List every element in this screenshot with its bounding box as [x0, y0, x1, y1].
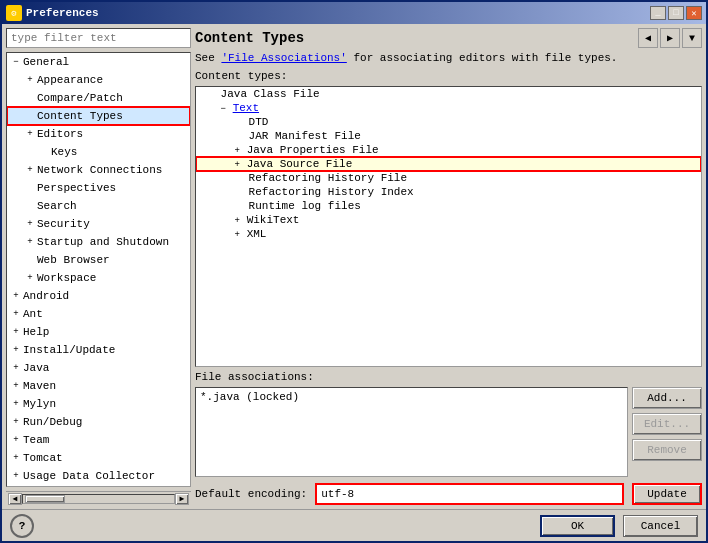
tree-item-label: Mylyn — [23, 398, 56, 410]
tree-item-android[interactable]: + Android — [7, 287, 190, 305]
encoding-input[interactable] — [315, 483, 624, 505]
ct-item-label: Refactoring History File — [249, 172, 407, 184]
minimize-button[interactable]: _ — [650, 6, 666, 20]
expander-icon: + — [235, 230, 240, 240]
back-button[interactable]: ◀ — [638, 28, 658, 48]
expander-icon — [23, 181, 37, 195]
ct-item-refactoring-file[interactable]: Refactoring History File — [196, 171, 701, 185]
tree-item-install[interactable]: + Install/Update — [7, 341, 190, 359]
expander-icon: − — [9, 55, 23, 69]
tree-item-appearance[interactable]: + Appearance — [7, 71, 190, 89]
tree-item-compare-patch[interactable]: Compare/Patch — [7, 89, 190, 107]
ct-item-dtd[interactable]: DTD — [196, 115, 701, 129]
expander-icon: + — [23, 163, 37, 177]
tree-item-label: Content Types — [37, 110, 123, 122]
tree-item-search[interactable]: Search — [7, 197, 190, 215]
ct-item-java-source[interactable]: + Java Source File — [196, 157, 701, 171]
ct-item-label: XML — [247, 228, 267, 240]
tree-item-validation[interactable]: + Validation — [7, 485, 190, 487]
expander-icon — [23, 199, 37, 213]
tree-item-general[interactable]: − General — [7, 53, 190, 71]
expander-icon: + — [9, 325, 23, 339]
tree-item-perspectives[interactable]: Perspectives — [7, 179, 190, 197]
remove-button[interactable]: Remove — [632, 439, 702, 461]
ct-item-label: Runtime log files — [249, 200, 361, 212]
tree-item-network[interactable]: + Network Connections — [7, 161, 190, 179]
ct-item-java-class[interactable]: Java Class File — [196, 87, 701, 101]
filter-input[interactable] — [6, 28, 191, 48]
forward-button[interactable]: ▶ — [660, 28, 680, 48]
expander-icon: + — [23, 73, 37, 87]
cancel-button[interactable]: Cancel — [623, 515, 698, 537]
ok-button[interactable]: OK — [540, 515, 615, 537]
tree-item-label: Security — [37, 218, 90, 230]
file-list-item[interactable]: *.java (locked) — [198, 390, 625, 404]
ct-item-xml[interactable]: + XML — [196, 227, 701, 241]
content-types-label: Content types: — [195, 70, 702, 82]
ct-item-label[interactable]: Text — [233, 102, 259, 114]
update-button[interactable]: Update — [632, 483, 702, 505]
tree-item-content-types[interactable]: Content Types — [7, 107, 190, 125]
tree-item-label: Install/Update — [23, 344, 115, 356]
tree-item-startup[interactable]: + Startup and Shutdown — [7, 233, 190, 251]
ct-item-label: JAR Manifest File — [249, 130, 361, 142]
tree-item-java[interactable]: + Java — [7, 359, 190, 377]
tree-item-tomcat[interactable]: + Tomcat — [7, 449, 190, 467]
file-assoc-area: *.java (locked) Add... Edit... Remove — [195, 387, 702, 477]
ct-item-wikitext[interactable]: + WikiText — [196, 213, 701, 227]
expander-icon — [23, 91, 37, 105]
maximize-button[interactable]: □ — [668, 6, 684, 20]
scroll-right-arrow[interactable]: ▶ — [175, 493, 189, 505]
tree-item-label: Perspectives — [37, 182, 116, 194]
tree-item-maven[interactable]: + Maven — [7, 377, 190, 395]
tree-item-usage-data[interactable]: + Usage Data Collector — [7, 467, 190, 485]
expander-icon — [37, 145, 51, 159]
expander-icon: + — [23, 271, 37, 285]
tree-item-ant[interactable]: + Ant — [7, 305, 190, 323]
bottom-bar: ? OK Cancel — [2, 509, 706, 541]
tree-item-help[interactable]: + Help — [7, 323, 190, 341]
file-list: *.java (locked) — [195, 387, 628, 477]
tree-item-team[interactable]: + Team — [7, 431, 190, 449]
main-content: − General + Appearance Compare/P — [2, 24, 706, 509]
scroll-left-arrow[interactable]: ◀ — [8, 493, 22, 505]
title-bar: ⚙ Preferences _ □ ✕ — [2, 2, 706, 24]
ct-item-jar-manifest[interactable]: JAR Manifest File — [196, 129, 701, 143]
tree-item-run-debug[interactable]: + Run/Debug — [7, 413, 190, 431]
tree-item-web-browser[interactable]: Web Browser — [7, 251, 190, 269]
expander-icon: + — [235, 160, 240, 170]
expander-icon: + — [9, 289, 23, 303]
tree-item-editors[interactable]: + Editors — [7, 125, 190, 143]
file-associations-link[interactable]: 'File Associations' — [221, 52, 346, 64]
tree-item-label: Maven — [23, 380, 56, 392]
dropdown-button[interactable]: ▼ — [682, 28, 702, 48]
tree-item-keys[interactable]: Keys — [7, 143, 190, 161]
tree-item-security[interactable]: + Security — [7, 215, 190, 233]
tree-item-mylyn[interactable]: + Mylyn — [7, 395, 190, 413]
ct-item-refactoring-index[interactable]: Refactoring History Index — [196, 185, 701, 199]
expander-icon: + — [235, 146, 240, 156]
ct-item-java-properties[interactable]: + Java Properties File — [196, 143, 701, 157]
info-row: See 'File Associations' for associating … — [195, 52, 702, 64]
tree-item-label: Workspace — [37, 272, 96, 284]
expander-icon: + — [9, 451, 23, 465]
ct-item-runtime-log[interactable]: Runtime log files — [196, 199, 701, 213]
add-button[interactable]: Add... — [632, 387, 702, 409]
edit-button[interactable]: Edit... — [632, 413, 702, 435]
tree-item-label: Network Connections — [37, 164, 162, 176]
tree-item-label: Appearance — [37, 74, 103, 86]
tree-item-label: Android — [23, 290, 69, 302]
tree-item-workspace[interactable]: + Workspace — [7, 269, 190, 287]
ct-item-text[interactable]: − Text — [196, 101, 701, 115]
close-button[interactable]: ✕ — [686, 6, 702, 20]
expander-icon: + — [9, 469, 23, 483]
ct-item-label: Java Properties File — [247, 144, 379, 156]
expander-icon: + — [23, 217, 37, 231]
tree-item-label: Run/Debug — [23, 416, 82, 428]
scroll-thumb[interactable] — [25, 495, 65, 503]
help-icon[interactable]: ? — [10, 514, 34, 538]
scroll-track[interactable] — [22, 494, 175, 504]
window-controls: _ □ ✕ — [650, 6, 702, 20]
encoding-row: Default encoding: Update — [195, 483, 702, 505]
left-scrollbar[interactable]: ◀ ▶ — [6, 491, 191, 505]
